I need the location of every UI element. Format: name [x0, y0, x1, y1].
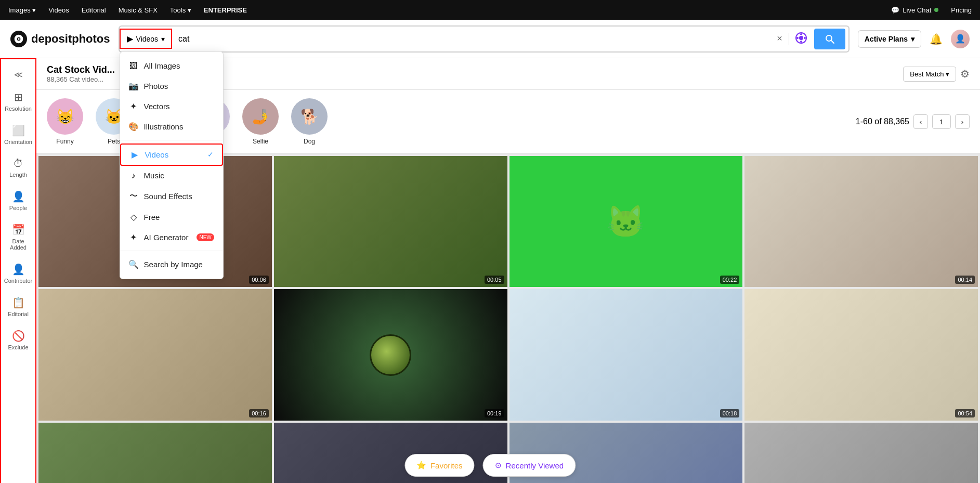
search-button[interactable] [814, 29, 845, 49]
dropdown-videos[interactable]: ▶ Videos ✓ [120, 143, 223, 166]
active-plans-label: Active Plans [865, 35, 908, 43]
topic-funny[interactable]: 😸 Funny [47, 98, 83, 145]
filter-contributor[interactable]: 👤 Contributor [1, 258, 35, 289]
page-input[interactable] [932, 114, 951, 129]
dropdown-sound-effects[interactable]: 〜 Sound Effects [120, 186, 223, 207]
clear-button[interactable]: × [773, 29, 787, 48]
dropdown-ai-generator[interactable]: ✦ AI Generator NEW [120, 227, 223, 247]
illustrations-icon: 🎨 [128, 122, 139, 132]
video-duration-7: 00:18 [720, 409, 740, 417]
user-avatar[interactable]: 👤 [951, 30, 970, 48]
favorites-label: Favorites [430, 461, 463, 470]
topic-dog-circle: 🐕 [291, 98, 328, 135]
people-icon: 👤 [12, 190, 25, 203]
video-thumb-4[interactable]: 00:14 [744, 156, 978, 287]
video-thumb-6[interactable]: 00:19 [274, 289, 507, 420]
pricing-button[interactable]: Pricing [951, 6, 972, 14]
topic-selfie-circle: 🤳 [242, 98, 279, 135]
date-added-icon: 📅 [12, 224, 25, 236]
ai-icon[interactable] [791, 28, 811, 50]
sidebar-toggle[interactable]: ≪ [10, 66, 27, 84]
filter-orientation[interactable]: ⬜ Orientation [1, 119, 35, 150]
dropdown-separator-2 [120, 251, 223, 251]
filter-resolution-label: Resolution [5, 106, 32, 112]
videos-icon: ▶ [129, 150, 140, 160]
search-input[interactable] [172, 30, 773, 48]
orientation-icon: ⬜ [12, 124, 25, 137]
dropdown-all-images[interactable]: 🖼 All Images [120, 56, 223, 76]
dropdown-free[interactable]: ◇ Free [120, 207, 223, 227]
filter-editorial-label: Editorial [8, 311, 29, 317]
video-thumb-9[interactable] [38, 423, 272, 483]
video-duration-3: 00:22 [720, 276, 740, 284]
search-type-button[interactable]: ▶ Videos ▾ [120, 29, 173, 49]
bottom-bar: ⭐ Favorites ⊙ Recently Viewed [404, 448, 576, 483]
active-plans-chevron: ▾ [911, 35, 914, 43]
results-header-right: Best Match ▾ ⚙ [903, 67, 970, 82]
recently-viewed-button[interactable]: ⊙ Recently Viewed [483, 454, 576, 477]
search-bar: ▶ Videos ▾ × 🖼 [119, 25, 850, 53]
chevron-down-icon: ▾ [161, 35, 165, 43]
new-badge: NEW [197, 233, 214, 241]
photos-icon: 📷 [128, 81, 139, 91]
dropdown-music[interactable]: ♪ Music [120, 166, 223, 186]
pagination: 1-60 of 88,365 ‹ › [856, 114, 970, 129]
vectors-icon: ✦ [128, 101, 139, 111]
topic-selfie-label: Selfie [253, 138, 268, 145]
video-thumb-3[interactable]: 🐱 00:22 [509, 156, 743, 287]
dropdown-search-by-image[interactable]: 🔍 Search by Image [120, 254, 223, 275]
recently-viewed-label: Recently Viewed [506, 461, 564, 470]
live-chat-button[interactable]: 💬 Live Chat [891, 6, 938, 14]
video-duration-6: 00:19 [485, 409, 504, 417]
free-icon: ◇ [128, 212, 139, 222]
active-plans-button[interactable]: Active Plans ▾ [858, 30, 921, 48]
length-icon: ⏱ [13, 158, 23, 169]
pagination-range: 1-60 of 88,365 [856, 117, 909, 126]
filter-contributor-label: Contributor [4, 278, 32, 284]
filter-date-added[interactable]: 📅 Date Added [1, 218, 35, 256]
logo-text: depositphotos [31, 32, 110, 46]
video-icon: ▶ [127, 34, 133, 44]
topic-dog[interactable]: 🐕 Dog [291, 98, 328, 145]
nav-music-sfx[interactable]: Music & SFX [119, 6, 158, 14]
svg-point-4 [800, 33, 802, 35]
filter-length[interactable]: ⏱ Length [1, 152, 35, 183]
prev-page-button[interactable]: ‹ [913, 114, 928, 129]
topic-selfie[interactable]: 🤳 Selfie [242, 98, 279, 145]
search-dropdown: 🖼 All Images 📷 Photos ✦ Vectors 🎨 Illust… [120, 51, 224, 279]
svg-point-1 [18, 38, 19, 40]
filter-editorial[interactable]: 📋 Editorial [1, 291, 35, 322]
video-thumb-5[interactable]: 00:16 [38, 289, 272, 420]
svg-point-7 [804, 37, 806, 39]
settings-icon[interactable]: ⚙ [960, 68, 970, 80]
nav-videos[interactable]: Videos [48, 6, 69, 14]
favorites-button[interactable]: ⭐ Favorites [404, 454, 475, 477]
sidebar-filters: ≪ ⊞ Resolution ⬜ Orientation ⏱ Length 👤 … [0, 58, 36, 483]
filter-exclude[interactable]: 🚫 Exclude [1, 324, 35, 356]
dropdown-illustrations[interactable]: 🎨 Illustrations [120, 116, 223, 137]
nav-editorial[interactable]: Editorial [82, 6, 106, 14]
filter-people[interactable]: 👤 People [1, 185, 35, 216]
svg-point-5 [800, 41, 802, 43]
nav-enterprise[interactable]: ENTERPRISE [204, 6, 247, 14]
sort-button[interactable]: Best Match ▾ [903, 67, 956, 82]
filter-exclude-label: Exclude [8, 344, 28, 350]
header: depositphotos ▶ Videos ▾ × [0, 20, 980, 58]
dropdown-vectors[interactable]: ✦ Vectors [120, 96, 223, 116]
filter-orientation-label: Orientation [4, 139, 32, 145]
nav-tools[interactable]: Tools ▾ [170, 6, 191, 14]
exclude-icon: 🚫 [12, 330, 25, 342]
video-thumb-12[interactable] [744, 423, 978, 483]
filter-resolution[interactable]: ⊞ Resolution [1, 86, 35, 117]
nav-images[interactable]: Images ▾ [8, 6, 36, 14]
dropdown-photos[interactable]: 📷 Photos [120, 76, 223, 96]
logo[interactable]: depositphotos [10, 31, 110, 47]
video-thumb-7[interactable]: 00:18 [509, 289, 743, 420]
header-right: Active Plans ▾ 🔔 👤 [858, 30, 970, 48]
next-page-button[interactable]: › [955, 114, 970, 129]
dropdown-separator-1 [120, 140, 223, 140]
video-thumb-2[interactable]: 00:05 [274, 156, 507, 287]
check-icon: ✓ [207, 150, 214, 159]
notification-bell[interactable]: 🔔 [930, 33, 943, 45]
video-thumb-8[interactable]: 00:54 [744, 289, 978, 420]
